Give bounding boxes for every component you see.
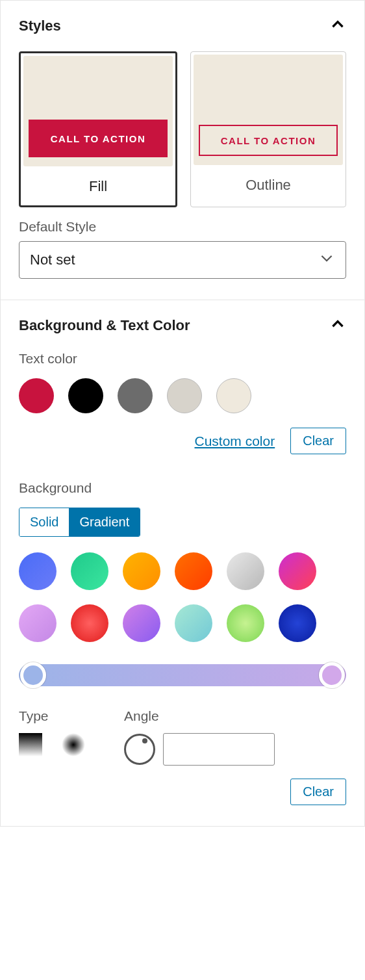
gradient-stop-right[interactable] (319, 662, 345, 688)
styles-title: Styles (19, 18, 61, 34)
gradient-stop-left[interactable] (20, 662, 46, 688)
style-variations: CALL TO ACTION Fill CALL TO ACTION Outli… (19, 51, 346, 207)
gradient-swatch[interactable] (175, 604, 212, 642)
seg-solid-button[interactable]: Solid (19, 508, 69, 536)
style-preview-outline: CALL TO ACTION (194, 55, 343, 165)
clear-background-button[interactable]: Clear (290, 779, 346, 805)
gradient-swatch[interactable] (227, 552, 264, 590)
cta-button-preview: CALL TO ACTION (29, 120, 168, 157)
gradient-angle-group: Angle (124, 708, 275, 766)
styles-section: Styles CALL TO ACTION Fill CALL TO ACTIO… (1, 1, 364, 300)
text-color-swatches (19, 378, 346, 413)
chevron-up-icon (329, 316, 346, 335)
background-type-segmented: Solid Gradient (19, 508, 140, 537)
chevron-up-icon (329, 16, 346, 36)
angle-dial[interactable] (124, 734, 155, 765)
background-label: Background (19, 480, 346, 496)
gradient-swatch[interactable] (279, 604, 316, 642)
color-section-header[interactable]: Background & Text Color (19, 316, 346, 335)
gradient-swatch[interactable] (279, 552, 316, 590)
gradient-slider[interactable] (19, 660, 346, 690)
style-preview-fill: CALL TO ACTION (23, 56, 173, 166)
color-section: Background & Text Color Text color Custo… (1, 300, 364, 826)
angle-label: Angle (124, 708, 275, 724)
gradient-swatches (19, 552, 346, 642)
gradient-controls: Type Angle (19, 708, 346, 766)
gradient-type-linear-icon[interactable] (19, 733, 42, 756)
type-label: Type (19, 708, 85, 724)
text-color-swatch[interactable] (68, 378, 103, 413)
angle-input[interactable] (163, 733, 275, 766)
gradient-swatch[interactable] (71, 604, 108, 642)
clear-text-color-button[interactable]: Clear (290, 428, 346, 454)
text-color-swatch[interactable] (216, 378, 251, 413)
text-color-swatch[interactable] (167, 378, 202, 413)
angle-dial-indicator (142, 738, 147, 743)
style-label-fill: Fill (21, 169, 175, 205)
gradient-swatch[interactable] (19, 604, 57, 642)
text-color-swatch[interactable] (118, 378, 153, 413)
style-label-outline: Outline (191, 168, 346, 204)
text-color-swatch[interactable] (19, 378, 54, 413)
gradient-bar (19, 664, 346, 686)
gradient-type-radial-icon[interactable] (62, 733, 85, 756)
default-style-label: Default Style (19, 219, 346, 235)
inspector-panel: Styles CALL TO ACTION Fill CALL TO ACTIO… (0, 0, 365, 827)
gradient-swatch[interactable] (123, 604, 160, 642)
custom-color-link[interactable]: Custom color (195, 433, 275, 449)
color-title: Background & Text Color (19, 317, 190, 334)
text-color-actions: Custom color Clear (19, 428, 346, 454)
gradient-swatch[interactable] (227, 604, 264, 642)
cta-button-preview: CALL TO ACTION (199, 125, 338, 156)
gradient-swatch[interactable] (175, 552, 212, 590)
style-card-fill[interactable]: CALL TO ACTION Fill (19, 51, 177, 207)
gradient-type-group: Type (19, 708, 85, 766)
gradient-swatch[interactable] (123, 552, 160, 590)
gradient-type-options (19, 733, 85, 756)
styles-section-header[interactable]: Styles (19, 16, 346, 36)
text-color-label: Text color (19, 351, 346, 367)
chevron-down-icon (318, 250, 335, 270)
gradient-swatch[interactable] (71, 552, 108, 590)
gradient-swatch[interactable] (19, 552, 57, 590)
default-style-select[interactable]: Not set (19, 241, 346, 279)
background-actions: Clear (19, 779, 346, 805)
default-style-value: Not set (30, 251, 75, 268)
style-card-outline[interactable]: CALL TO ACTION Outline (190, 51, 346, 207)
seg-gradient-button[interactable]: Gradient (69, 508, 140, 536)
